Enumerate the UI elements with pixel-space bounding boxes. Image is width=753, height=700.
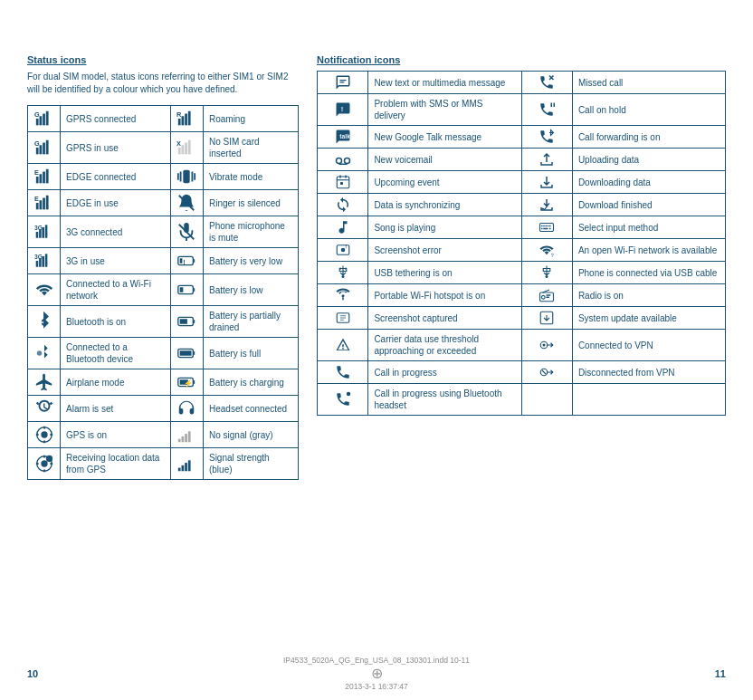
table-row: Portable Wi-Fi hotspot is on Radio is on <box>318 284 726 307</box>
notif-icon-right <box>521 307 572 330</box>
table-row: Connected to a Bluetooth device Battery … <box>28 338 299 369</box>
status-label-right: Battery is charging <box>203 369 298 396</box>
notif-icon-left: ! <box>318 239 368 262</box>
status-icon-left: G <box>28 106 61 132</box>
svg-rect-14 <box>45 140 48 155</box>
svg-rect-88 <box>340 182 343 185</box>
notif-icon-left: ! <box>318 94 368 126</box>
svg-text:G: G <box>34 139 40 148</box>
status-label-left: Bluetooth is on <box>61 306 171 338</box>
svg-text:!: ! <box>184 258 186 266</box>
status-icon-left: E <box>28 190 61 216</box>
notif-label-right: An open Wi-Fi network is available <box>572 239 725 262</box>
notif-label-right: Connected to VPN <box>572 330 725 361</box>
svg-rect-91 <box>543 225 545 227</box>
status-icon-right <box>170 306 203 338</box>
status-icon-right <box>170 338 203 369</box>
status-label-right: Battery is partially drained <box>203 306 298 338</box>
svg-point-102 <box>341 275 344 278</box>
notif-label-left: New voicemail <box>368 149 521 171</box>
svg-rect-75 <box>339 80 347 81</box>
notif-icon-left <box>318 171 368 194</box>
status-label-left: GPRS in use <box>61 132 171 164</box>
notif-label-left: Screenshot error <box>368 239 521 262</box>
svg-point-68 <box>41 460 47 466</box>
page-number-right: 11 <box>715 668 726 679</box>
status-label-right: Ringer is silenced <box>203 190 298 216</box>
notif-label-left: Song is playing <box>368 216 521 239</box>
status-label-left: Airplane mode <box>61 369 171 396</box>
svg-rect-60 <box>194 380 195 384</box>
notif-label-right: Missed call <box>572 72 725 94</box>
notif-icon-right <box>521 72 572 94</box>
notif-icon-right <box>521 149 572 171</box>
status-label-right: Headset connected <box>203 396 298 422</box>
table-row: Screenshot captured System update availa… <box>318 307 726 330</box>
svg-rect-53 <box>194 320 195 323</box>
table-row: E EDGE in use Ringer is silenced <box>28 190 299 216</box>
svg-point-104 <box>345 267 347 269</box>
status-label-left: Connected to a Bluetooth device <box>61 338 171 369</box>
notif-icon-right <box>521 194 572 216</box>
status-icon-right <box>170 274 203 306</box>
notif-label-left: Upcoming event <box>368 171 521 194</box>
svg-rect-17 <box>182 145 185 154</box>
table-row: Upcoming event Downloading data <box>318 171 726 194</box>
svg-text:R: R <box>176 110 182 119</box>
svg-rect-40 <box>35 261 38 267</box>
status-label-left: 3G in use <box>61 248 171 274</box>
notification-title: Notification icons <box>317 54 726 65</box>
status-icon-right: X <box>170 132 203 164</box>
svg-rect-29 <box>43 198 45 210</box>
table-row: USB tethering is on Phone is connected v… <box>318 262 726 284</box>
svg-rect-35 <box>42 227 44 238</box>
svg-rect-97 <box>549 228 551 230</box>
notif-icon-right <box>521 330 572 361</box>
table-row: G GPRS in use X No SIM card inserted <box>28 132 299 164</box>
table-row: Data is synchronizing Download finished <box>318 194 726 216</box>
status-section: Status icons For dual SIM model, status … <box>27 54 299 480</box>
table-row: Song is playing Select input method <box>318 216 726 239</box>
notif-label-left: New Google Talk message <box>368 126 521 149</box>
svg-text:3G: 3G <box>34 225 43 231</box>
status-title: Status icons <box>27 54 299 65</box>
svg-text:talk: talk <box>339 133 350 139</box>
notif-icon-right <box>521 126 572 149</box>
status-icon-left <box>28 306 61 338</box>
notif-label-right: System update available <box>572 307 725 330</box>
svg-rect-12 <box>39 145 42 154</box>
notif-label-right: Uploading data <box>572 149 725 171</box>
svg-text:X: X <box>176 139 181 148</box>
table-row: talk New Google Talk message Call forwar… <box>318 126 726 149</box>
svg-rect-107 <box>342 297 344 300</box>
notif-label-left: Call in progress <box>368 361 521 384</box>
status-label-right: Vibrate mode <box>203 164 298 190</box>
table-row: ! Problem with SMS or MMS delivery Call … <box>318 94 726 126</box>
notif-icon-left <box>318 284 368 307</box>
notif-label-right: Select input method <box>572 216 725 239</box>
table-row: New voicemail Uploading data <box>318 149 726 171</box>
svg-rect-110 <box>546 294 550 296</box>
status-label-left: GPS is on <box>61 422 171 448</box>
svg-rect-23 <box>43 172 45 184</box>
svg-rect-94 <box>549 225 551 227</box>
svg-rect-8 <box>186 114 188 126</box>
svg-rect-33 <box>35 232 38 238</box>
notif-icon-right <box>521 94 572 126</box>
svg-rect-45 <box>180 258 183 264</box>
svg-point-62 <box>41 431 47 437</box>
svg-rect-66 <box>186 434 188 442</box>
notif-label-left: New text or multimedia message <box>368 72 521 94</box>
main-content: Status icons For dual SIM model, status … <box>27 54 726 480</box>
status-icon-table: G GPRS connected R Roaming G GPRS in use… <box>27 105 299 480</box>
svg-rect-96 <box>543 228 548 230</box>
status-icon-right <box>170 396 203 422</box>
status-label-right: No signal (gray) <box>203 422 298 448</box>
svg-rect-19 <box>188 140 191 155</box>
notif-label-right: Call forwarding is on <box>572 126 725 149</box>
svg-rect-24 <box>45 169 48 184</box>
status-label-left: EDGE in use <box>61 190 171 216</box>
svg-rect-42 <box>42 256 44 267</box>
svg-point-109 <box>542 295 546 299</box>
svg-rect-18 <box>186 143 188 155</box>
